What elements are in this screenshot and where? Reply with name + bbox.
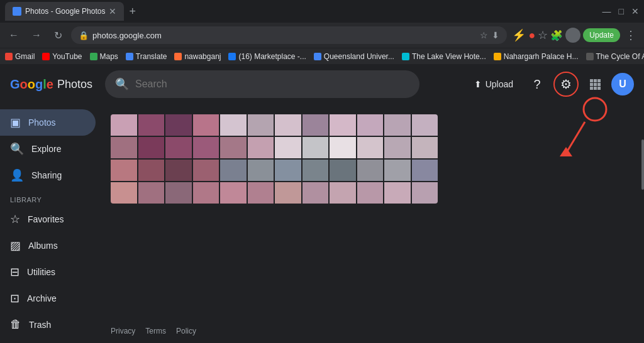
- mosaic-cell[interactable]: [412, 114, 438, 136]
- mosaic-cell[interactable]: [111, 160, 137, 181]
- bookmark-icon[interactable]: ☆: [480, 30, 488, 40]
- mosaic-cell[interactable]: [384, 114, 411, 136]
- mosaic-cell[interactable]: [275, 137, 301, 158]
- bookmark-youtube[interactable]: YouTube: [42, 52, 82, 61]
- policy-link[interactable]: Policy: [176, 327, 196, 335]
- mosaic-cell[interactable]: [357, 160, 384, 181]
- mosaic-cell[interactable]: [275, 160, 301, 181]
- sidebar-item-utilities[interactable]: ⊟ Utilities: [0, 259, 96, 285]
- help-button[interactable]: ?: [526, 73, 548, 95]
- mosaic-cell[interactable]: [330, 160, 356, 181]
- mosaic-cell[interactable]: [138, 160, 165, 181]
- window-restore-button[interactable]: □: [614, 6, 629, 16]
- mosaic-cell[interactable]: [193, 137, 219, 158]
- address-input[interactable]: 🔒 photos.google.com ☆ ⬇: [71, 26, 507, 44]
- mosaic-cell[interactable]: [384, 182, 411, 204]
- download-icon[interactable]: ⬇: [492, 30, 499, 40]
- mosaic-cell[interactable]: [330, 114, 356, 136]
- bookmark-nahargarh-label: Nahargarh Palace H...: [504, 52, 579, 61]
- mosaic-cell[interactable]: [220, 137, 247, 158]
- mosaic-cell[interactable]: [357, 182, 384, 204]
- extension2-icon[interactable]: 🧩: [550, 30, 563, 41]
- mosaic-cell[interactable]: [275, 182, 301, 204]
- mosaic-cell[interactable]: [412, 137, 438, 158]
- mosaic-cell[interactable]: [193, 182, 219, 204]
- reload-button[interactable]: ↻: [50, 27, 66, 44]
- sidebar-item-sharing[interactable]: 👤 Sharing: [0, 162, 96, 188]
- sidebar-item-photos[interactable]: ▣ Photos: [0, 109, 96, 136]
- nawabganj-favicon: [174, 53, 182, 60]
- bookmark-maps[interactable]: Maps: [90, 52, 118, 61]
- mosaic-cell[interactable]: [138, 182, 165, 204]
- profile-icon[interactable]: ●: [528, 29, 535, 42]
- search-input[interactable]: [135, 79, 409, 90]
- bookmark-cycle[interactable]: The Cycle Of Ameri...: [586, 52, 644, 61]
- bookmark-queensland[interactable]: Queensland Univer...: [314, 52, 394, 61]
- mosaic-cell[interactable]: [330, 137, 356, 158]
- mosaic-cell[interactable]: [303, 137, 329, 158]
- mosaic-cell[interactable]: [384, 137, 411, 158]
- mosaic-cell[interactable]: [220, 182, 247, 204]
- extension-icon[interactable]: ⚡: [512, 28, 526, 42]
- settings-button[interactable]: ⚙: [553, 72, 579, 97]
- apps-button[interactable]: [584, 73, 606, 95]
- bookmark-nawabganj[interactable]: nawabganj: [174, 52, 221, 61]
- bookmark-nahargarh[interactable]: Nahargarh Palace H...: [494, 52, 579, 61]
- mosaic-cell[interactable]: [248, 114, 274, 136]
- sidebar-item-albums[interactable]: ▨ Albums: [0, 232, 96, 259]
- mosaic-cell[interactable]: [165, 137, 192, 158]
- window-close-button[interactable]: ✕: [631, 6, 639, 16]
- mosaic-cell[interactable]: [193, 114, 219, 136]
- mosaic-cell[interactable]: [330, 182, 356, 204]
- browser-menu-icon[interactable]: ⋮: [623, 28, 639, 42]
- mosaic-cell[interactable]: [412, 182, 438, 204]
- mosaic-cell[interactable]: [303, 182, 329, 204]
- mosaic-cell[interactable]: [303, 114, 329, 136]
- mosaic-cell[interactable]: [165, 182, 192, 204]
- tab-bar: Photos - Google Photos ✕ + — □ ✕: [0, 0, 644, 23]
- mosaic-cell[interactable]: [138, 137, 165, 158]
- mosaic-cell[interactable]: [165, 160, 192, 181]
- mosaic-cell[interactable]: [384, 160, 411, 181]
- bookmark-lake[interactable]: The Lake View Hote...: [402, 52, 486, 61]
- mosaic-cell[interactable]: [357, 137, 384, 158]
- sidebar-item-archive[interactable]: ⊡ Archive: [0, 285, 96, 312]
- mosaic-cell[interactable]: [248, 182, 274, 204]
- mosaic-cell[interactable]: [275, 114, 301, 136]
- back-button[interactable]: ←: [5, 27, 23, 43]
- forward-button[interactable]: →: [28, 27, 45, 43]
- sidebar-item-favorites[interactable]: ☆ Favorites: [0, 206, 96, 232]
- sidebar-item-explore[interactable]: 🔍 Explore: [0, 136, 96, 162]
- user-avatar[interactable]: U: [611, 73, 634, 95]
- mosaic-cell[interactable]: [248, 160, 274, 181]
- bookmark-star-icon[interactable]: ☆: [538, 28, 548, 42]
- mosaic-cell[interactable]: [111, 137, 137, 158]
- upload-button[interactable]: ⬆ Upload: [467, 74, 521, 94]
- tab-close-button[interactable]: ✕: [109, 6, 116, 16]
- window-minimize-button[interactable]: —: [602, 6, 611, 16]
- mosaic-cell[interactable]: [303, 160, 329, 181]
- bookmark-gmail[interactable]: Gmail: [5, 52, 35, 61]
- mosaic-cell[interactable]: [248, 137, 274, 158]
- mosaic-cell[interactable]: [220, 114, 247, 136]
- search-bar[interactable]: 🔍: [105, 70, 419, 98]
- terms-link[interactable]: Terms: [145, 327, 166, 335]
- mosaic-cell[interactable]: [220, 160, 247, 181]
- photos-nav-icon: ▣: [10, 116, 21, 129]
- mosaic-cell[interactable]: [193, 160, 219, 181]
- mosaic-cell[interactable]: [412, 160, 438, 181]
- mosaic-cell[interactable]: [357, 114, 384, 136]
- mosaic-cell[interactable]: [165, 114, 192, 136]
- sidebar-item-trash[interactable]: 🗑 Trash: [0, 312, 96, 337]
- update-button[interactable]: Update: [583, 28, 620, 42]
- new-tab-button[interactable]: +: [126, 3, 138, 21]
- user-profile-button[interactable]: [565, 28, 580, 43]
- bookmark-translate[interactable]: Translate: [126, 52, 167, 61]
- mosaic-cell[interactable]: [111, 182, 137, 204]
- active-tab[interactable]: Photos - Google Photos ✕: [5, 2, 124, 21]
- privacy-link[interactable]: Privacy: [111, 327, 135, 335]
- bookmark-marketplace[interactable]: (16) Marketplace -...: [228, 52, 306, 61]
- scrollbar[interactable]: [641, 139, 644, 190]
- mosaic-cell[interactable]: [111, 114, 137, 136]
- mosaic-cell[interactable]: [138, 114, 165, 136]
